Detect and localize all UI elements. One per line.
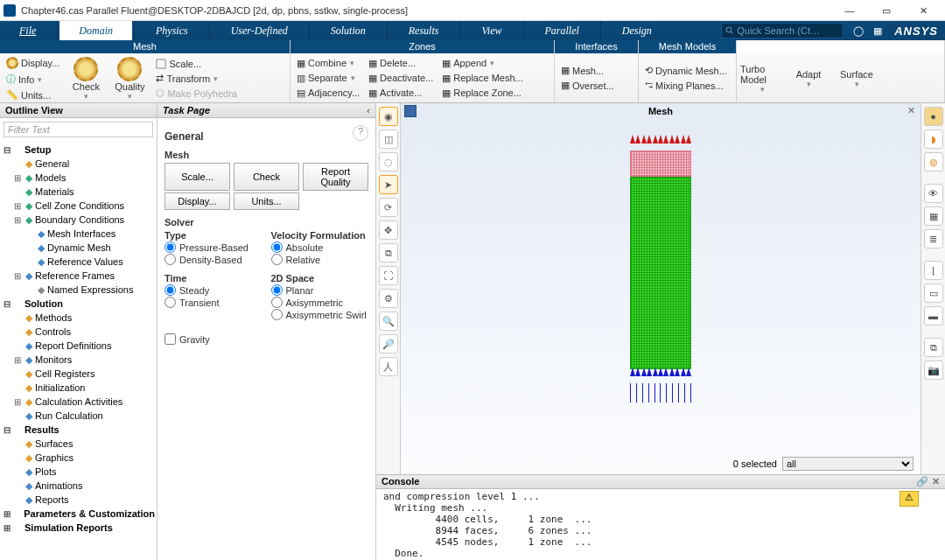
quality-button[interactable]: Quality▾ bbox=[109, 55, 150, 102]
fit-icon[interactable]: ⛶ bbox=[379, 266, 398, 285]
tree-node[interactable]: ⊟Setup bbox=[0, 143, 157, 157]
eye-icon[interactable]: 👁 bbox=[924, 184, 943, 203]
sphere-icon[interactable]: ● bbox=[924, 107, 943, 126]
menu-physics[interactable]: Physics bbox=[136, 21, 207, 40]
activate-button[interactable]: ▦Activate... bbox=[366, 87, 436, 100]
help-icon[interactable]: ? bbox=[353, 125, 368, 141]
tree-node[interactable]: ◆Report Definitions bbox=[0, 339, 157, 353]
density-based-radio[interactable]: Density-Based bbox=[164, 254, 262, 265]
filter-input[interactable]: Filter Text bbox=[4, 122, 153, 137]
zoom-box-icon[interactable]: ⧉ bbox=[379, 243, 398, 262]
replace-mesh-button[interactable]: ▦Replace Mesh... bbox=[439, 72, 525, 85]
pointer-icon[interactable]: ➤ bbox=[379, 175, 398, 194]
interfaces-mesh-button[interactable]: ▦Mesh... bbox=[558, 64, 617, 77]
tree-node[interactable]: ⊞◆Calculation Activities bbox=[0, 395, 157, 409]
layers-icon[interactable]: ≣ bbox=[924, 229, 943, 248]
menu-user-defined[interactable]: User-Defined bbox=[212, 21, 307, 40]
units-button[interactable]: 📏Units... bbox=[4, 88, 62, 102]
tree-node[interactable]: ◆Reference Values bbox=[0, 255, 157, 269]
console-output[interactable]: and compression level 1 ... Writing mesh… bbox=[376, 489, 945, 560]
tree-node[interactable]: ◆Animations bbox=[0, 479, 157, 493]
warning-icon[interactable]: ⚠ bbox=[900, 491, 919, 507]
copy-icon[interactable]: ⧉ bbox=[924, 338, 943, 357]
separate-button[interactable]: ▥Separate▾ bbox=[294, 72, 362, 85]
tree-node[interactable]: ◆General bbox=[0, 157, 157, 171]
tree-node[interactable]: ◆Surfaces bbox=[0, 437, 157, 451]
quick-search[interactable]: Quick Search (Ct… bbox=[721, 23, 844, 38]
lasso-icon[interactable]: ◌ bbox=[379, 152, 398, 172]
tree-node[interactable]: ⊞◆Monitors bbox=[0, 353, 157, 367]
view-tab[interactable] bbox=[404, 105, 416, 117]
task-check-button[interactable]: Check bbox=[234, 163, 299, 191]
outline-tree[interactable]: ⊟Setup◆General⊞◆Models◆Materials⊞◆Cell Z… bbox=[0, 141, 157, 560]
selection-filter[interactable]: all bbox=[782, 457, 914, 471]
close-button[interactable]: ✕ bbox=[905, 1, 942, 20]
replace-zone-button[interactable]: ▦Replace Zone... bbox=[439, 87, 525, 100]
menu-parallel[interactable]: Parallel bbox=[526, 21, 598, 40]
pressure-based-radio[interactable]: Pressure-Based bbox=[164, 242, 262, 253]
console-link-icon[interactable]: 🔗 bbox=[916, 476, 928, 487]
zoom-out-icon[interactable]: 🔎 bbox=[379, 334, 398, 354]
adjacency-button[interactable]: ▤Adjacency... bbox=[294, 87, 362, 100]
tree-node[interactable]: ⊞◆Cell Zone Conditions bbox=[0, 199, 157, 213]
menu-domain[interactable]: Domain bbox=[60, 21, 132, 40]
relative-radio[interactable]: Relative bbox=[271, 254, 369, 265]
tree-node[interactable]: ◆Materials bbox=[0, 185, 157, 199]
planar-radio[interactable]: Planar bbox=[271, 284, 369, 296]
transform-button[interactable]: ⇄Transform▾ bbox=[153, 72, 240, 85]
tools-icon[interactable]: ⚙ bbox=[379, 289, 398, 308]
bar-icon[interactable]: ▭ bbox=[924, 284, 943, 303]
viewport-close-icon[interactable]: ✕ bbox=[907, 105, 915, 116]
display-button[interactable]: Display... bbox=[4, 56, 62, 70]
ruler-icon[interactable]: ▬ bbox=[924, 306, 943, 326]
pan-icon[interactable]: ✥ bbox=[379, 220, 398, 240]
tree-node[interactable]: ⊟Results bbox=[0, 423, 157, 437]
gravity-checkbox[interactable]: Gravity bbox=[164, 333, 368, 345]
adapt-button[interactable]: Adapt▾ bbox=[788, 55, 830, 102]
menu-design[interactable]: Design bbox=[603, 21, 671, 40]
info-button[interactable]: ⓘInfo▾ bbox=[4, 72, 62, 87]
graphics-viewport[interactable]: ◉ ◫ ◌ ➤ ⟳ ✥ ⧉ ⛶ ⚙ 🔍 🔎 人 Mesh ✕ bbox=[376, 103, 945, 474]
maximize-button[interactable]: ▭ bbox=[868, 1, 905, 20]
combine-button[interactable]: ▦Combine▾ bbox=[294, 57, 362, 70]
tree-node[interactable]: ◆Plots bbox=[0, 465, 157, 479]
append-button[interactable]: ▦Append▾ bbox=[439, 57, 525, 70]
menu-file[interactable]: File bbox=[0, 21, 55, 40]
turbo-model-button[interactable]: Turbo Model▾ bbox=[740, 55, 784, 102]
task-report-quality-button[interactable]: Report Quality bbox=[303, 163, 368, 191]
tree-node[interactable]: ◆Methods bbox=[0, 311, 157, 325]
overset-button[interactable]: ▦Overset... bbox=[558, 79, 617, 92]
camera-icon[interactable]: 📷 bbox=[924, 360, 943, 380]
tree-node[interactable]: ◆Cell Registers bbox=[0, 367, 157, 381]
tree-node[interactable]: ◆Dynamic Mesh bbox=[0, 241, 157, 255]
rotate-icon[interactable]: ⟳ bbox=[379, 198, 398, 217]
cube-icon[interactable]: ◫ bbox=[379, 130, 398, 149]
dynamic-mesh-button[interactable]: ⟲Dynamic Mesh... bbox=[642, 64, 730, 77]
tree-node[interactable]: ⊟Solution bbox=[0, 297, 157, 311]
drop-icon[interactable]: ◗ bbox=[924, 130, 943, 149]
task-close-icon[interactable]: ‹ bbox=[367, 105, 370, 116]
tree-node[interactable]: ◆Named Expressions bbox=[0, 283, 157, 297]
scale-button[interactable]: Scale... bbox=[153, 58, 240, 70]
menu-solution[interactable]: Solution bbox=[312, 21, 385, 40]
absolute-radio[interactable]: Absolute bbox=[271, 242, 369, 253]
make-polyhedra-button[interactable]: ⬡Make Polyhedra bbox=[153, 87, 240, 100]
task-units-button[interactable]: Units... bbox=[234, 192, 299, 210]
axis-icon[interactable]: 人 bbox=[379, 357, 398, 376]
steady-radio[interactable]: Steady bbox=[164, 284, 262, 296]
options-icon[interactable]: ▦ bbox=[868, 25, 887, 37]
tree-node[interactable]: ◆Reports bbox=[0, 493, 157, 507]
chart-icon[interactable]: ⌊ bbox=[924, 261, 943, 280]
object-icon[interactable]: ◍ bbox=[924, 152, 943, 172]
surface-button[interactable]: Surface▾ bbox=[833, 55, 880, 102]
tree-node[interactable]: ⊞Simulation Reports bbox=[0, 521, 157, 535]
axisymmetric-radio[interactable]: Axisymmetric bbox=[271, 297, 369, 308]
axisymmetric-swirl-radio[interactable]: Axisymmetric Swirl bbox=[271, 309, 369, 320]
tree-node[interactable]: ⊞Parameters & Customization bbox=[0, 507, 157, 521]
tree-node[interactable]: ◆Initialization bbox=[0, 381, 157, 395]
tree-node[interactable]: ◆Graphics bbox=[0, 451, 157, 465]
tree-node[interactable]: ◆Controls bbox=[0, 325, 157, 339]
help-icon[interactable]: ◯ bbox=[849, 25, 868, 37]
menu-view[interactable]: View bbox=[462, 21, 521, 40]
zoom-in-icon[interactable]: 🔍 bbox=[379, 312, 398, 331]
